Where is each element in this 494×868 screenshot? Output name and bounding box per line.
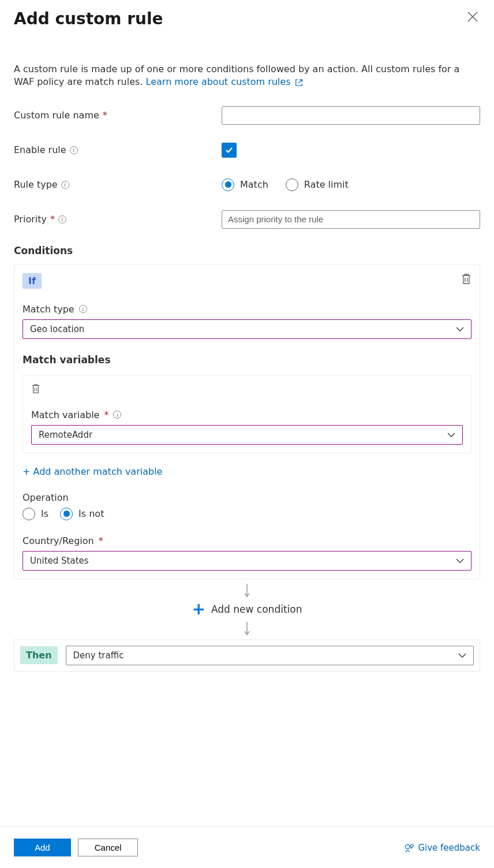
- operation-is-radio[interactable]: Is: [23, 508, 48, 520]
- add-button[interactable]: Add: [14, 839, 71, 856]
- match-variable-block: Match variable* i RemoteAddr: [23, 375, 471, 453]
- then-badge: Then: [20, 646, 58, 664]
- rule-name-label: Custom rule name*: [14, 110, 222, 121]
- match-variable-dropdown[interactable]: RemoteAddr: [31, 425, 463, 445]
- if-badge: If: [23, 273, 42, 289]
- cancel-button[interactable]: Cancel: [78, 839, 139, 856]
- info-icon[interactable]: i: [61, 181, 69, 189]
- match-type-dropdown[interactable]: Geo location: [23, 319, 471, 339]
- feedback-icon: [404, 843, 414, 853]
- match-variable-label: Match variable* i: [31, 409, 463, 420]
- enable-rule-checkbox[interactable]: [222, 143, 237, 158]
- info-icon[interactable]: i: [70, 146, 78, 154]
- condition-block: If Match type i Geo location Match varia…: [14, 265, 480, 579]
- priority-input[interactable]: [222, 210, 480, 229]
- learn-more-link[interactable]: Learn more about custom rules: [146, 76, 303, 87]
- enable-rule-label: Enable rule i: [14, 144, 222, 155]
- country-label: Country/Region*: [23, 535, 471, 546]
- svg-point-0: [406, 844, 410, 848]
- add-new-condition-button[interactable]: + Add new condition: [14, 601, 480, 617]
- flow-arrow-icon: [14, 621, 480, 636]
- rule-type-rate-limit-radio[interactable]: Rate limit: [286, 178, 349, 191]
- delete-variable-icon[interactable]: [31, 383, 40, 394]
- country-dropdown[interactable]: United States: [23, 551, 471, 571]
- chevron-down-icon: [458, 653, 466, 658]
- conditions-heading: Conditions: [14, 245, 480, 256]
- flow-arrow-icon: [14, 583, 480, 598]
- info-icon[interactable]: i: [79, 305, 87, 313]
- panel-description: A custom rule is made up of one or more …: [14, 63, 480, 89]
- give-feedback-link[interactable]: Give feedback: [404, 843, 480, 853]
- info-icon[interactable]: i: [113, 411, 121, 419]
- panel-title: Add custom rule: [14, 9, 163, 28]
- info-icon[interactable]: i: [58, 215, 66, 223]
- external-link-icon: [295, 79, 303, 87]
- then-block: Then Deny traffic: [14, 639, 480, 672]
- plus-icon: +: [192, 601, 205, 617]
- action-dropdown[interactable]: Deny traffic: [66, 646, 474, 665]
- operation-is-not-radio[interactable]: Is not: [60, 508, 104, 520]
- delete-condition-icon[interactable]: [461, 273, 471, 285]
- close-icon[interactable]: [465, 9, 480, 24]
- chevron-down-icon: [447, 432, 455, 438]
- chevron-down-icon: [456, 326, 464, 332]
- priority-label: Priority* i: [14, 214, 222, 225]
- add-match-variable-link[interactable]: + Add another match variable: [23, 466, 162, 477]
- chevron-down-icon: [456, 558, 464, 564]
- rule-type-match-radio[interactable]: Match: [222, 178, 268, 191]
- operation-label: Operation: [23, 492, 471, 503]
- rule-type-label: Rule type i: [14, 179, 222, 190]
- rule-name-input[interactable]: [222, 106, 480, 125]
- match-variables-heading: Match variables: [23, 354, 471, 366]
- match-type-label: Match type i: [23, 304, 471, 315]
